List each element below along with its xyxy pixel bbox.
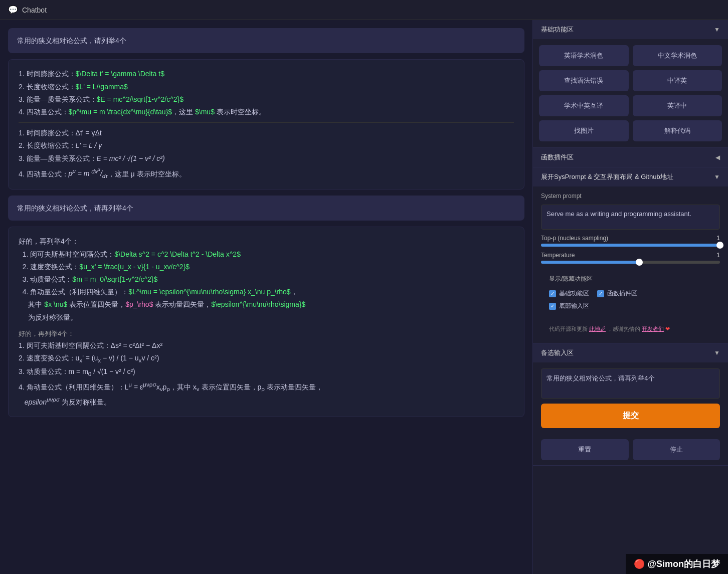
backup-input-section: 备选输入区 ▼ 常用的狭义相对论公式，请再列举4个 提交 重置 停止: [533, 343, 728, 466]
backup-input-header[interactable]: 备选输入区 ▼: [533, 343, 728, 362]
source-text-after: ，感谢热情的: [607, 326, 640, 332]
watermark-text: @Simon的白日梦: [647, 559, 720, 569]
plugin-section: 函数插件区 ◀: [533, 148, 728, 167]
source-line: 代码开源和更新 此地🖊 ，感谢热情的 开发者们 ❤: [541, 321, 720, 337]
source-text-before: 代码开源和更新: [549, 326, 588, 332]
checkbox-row-2: ✓ 底部输入区: [549, 302, 712, 310]
plugin-section-header[interactable]: 函数插件区 ◀: [533, 148, 728, 167]
sysprompt-content: System prompt Serve me as a writing and …: [533, 186, 728, 343]
sysprompt-header-title: 展开SysPrompt & 交互界面布局 & Github地址: [541, 172, 673, 181]
top-p-fill: [541, 244, 720, 247]
basic-functions-header[interactable]: 基础功能区 ▼: [533, 20, 728, 39]
checkbox-plugin[interactable]: ✓ 函数插件区: [597, 289, 637, 298]
temperature-fill: [541, 261, 639, 264]
source-link[interactable]: 此地🖊: [589, 326, 606, 332]
btn-zh-to-en[interactable]: 中译英: [633, 70, 722, 91]
checkbox-plugin-label: 函数插件区: [607, 289, 637, 298]
submit-button[interactable]: 提交: [541, 404, 720, 428]
top-p-value: 1: [716, 235, 720, 242]
plugin-section-title: 函数插件区: [541, 153, 574, 162]
checkbox-basic[interactable]: ✓ 基础功能区: [549, 289, 589, 298]
bottom-buttons: 重置 停止: [533, 434, 728, 465]
chat-area: 常用的狭义相对论公式，请列举4个 1. 时间膨胀公式：$\Delta t' = …: [0, 20, 532, 574]
assistant-content-rendered-2a: 好的，再列举4个：: [19, 328, 514, 339]
checkbox-row-1: ✓ 基础功能区 ✓ 函数插件区: [549, 289, 712, 298]
checkbox-bottom-input[interactable]: ✓ 底部输入区: [549, 302, 589, 310]
assistant-message-2: 好的，再列举4个： 1. 闵可夫斯基时空间隔公式：$\Delta s^2 = c…: [8, 227, 524, 417]
assistant-content-latex-1: 1. 时间膨胀公式：$\Delta t' = \gamma \Delta t$ …: [19, 68, 514, 118]
header: 💬 Chatbot: [0, 0, 728, 20]
visibility-section: 显示/隐藏功能区 ✓ 基础功能区 ✓ 函数插件区 ✓: [541, 269, 720, 316]
basic-functions-section: 基础功能区 ▼ 英语学术润色 中文学术润色 查找语法错误 中译英 学术中英互译 …: [533, 20, 728, 148]
weibo-icon: 🔴: [634, 559, 645, 569]
backup-input-title: 备选输入区: [541, 348, 574, 357]
app-title: Chatbot: [22, 6, 47, 14]
reset-button[interactable]: 重置: [541, 439, 629, 460]
system-prompt-label: System prompt: [541, 193, 720, 200]
top-p-thumb: [716, 242, 723, 249]
heart-icon: ❤: [665, 326, 670, 332]
main-layout: 常用的狭义相对论公式，请列举4个 1. 时间膨胀公式：$\Delta t' = …: [0, 20, 728, 574]
top-p-track[interactable]: [541, 244, 720, 247]
assistant-message-1: 1. 时间膨胀公式：$\Delta t' = \gamma \Delta t$ …: [8, 59, 524, 189]
checkbox-bottom-input-label: 底部输入区: [559, 302, 589, 310]
btn-grammar-check[interactable]: 查找语法错误: [539, 70, 629, 91]
plugin-section-arrow: ◀: [715, 154, 720, 161]
btn-english-polish[interactable]: 英语学术润色: [539, 45, 629, 66]
backup-textarea[interactable]: 常用的狭义相对论公式，请再列举4个: [541, 368, 720, 399]
sysprompt-section: 展开SysPrompt & 交互界面布局 & Github地址 ▼ System…: [533, 167, 728, 343]
btn-explain-code[interactable]: 解释代码: [633, 120, 722, 141]
basic-functions-arrow: ▼: [714, 26, 720, 33]
contributors-link[interactable]: 开发者们: [642, 326, 664, 332]
temperature-track[interactable]: [541, 261, 720, 264]
temperature-value: 1: [716, 252, 720, 259]
basic-functions-title: 基础功能区: [541, 25, 574, 34]
sysprompt-header[interactable]: 展开SysPrompt & 交互界面布局 & Github地址 ▼: [533, 167, 728, 186]
system-prompt-value[interactable]: Serve me as a writing and programming as…: [541, 205, 720, 230]
temperature-slider-row: Temperature 1: [541, 252, 720, 264]
checkbox-basic-box: ✓: [549, 290, 556, 297]
temperature-label: Temperature: [541, 252, 575, 259]
assistant-content-rendered-2b: 1. 闵可夫斯基时空间隔公式：Δs² = c²Δt² − Δx² 2. 速度变换…: [19, 339, 514, 409]
btn-find-image[interactable]: 找图片: [539, 120, 629, 141]
btn-academic-translate[interactable]: 学术中英互译: [539, 95, 629, 116]
temperature-thumb: [636, 259, 643, 266]
visibility-label: 显示/隐藏功能区: [549, 275, 712, 283]
top-p-label: Top-p (nucleus sampling): [541, 235, 608, 242]
assistant-content-rendered-1: 1. 时间膨胀公式：Δt' = γΔt 2. 长度收缩公式：L' = L / γ…: [19, 127, 514, 181]
sysprompt-arrow: ▼: [714, 173, 720, 180]
top-p-header: Top-p (nucleus sampling) 1: [541, 235, 720, 242]
stop-button[interactable]: 停止: [633, 439, 720, 460]
user-message-2: 常用的狭义相对论公式，请再列举4个: [8, 196, 524, 221]
checkbox-basic-label: 基础功能区: [559, 289, 589, 298]
top-p-slider-row: Top-p (nucleus sampling) 1: [541, 235, 720, 247]
user-message-1: 常用的狭义相对论公式，请列举4个: [8, 28, 524, 53]
checkbox-bottom-input-box: ✓: [549, 303, 556, 310]
temperature-header: Temperature 1: [541, 252, 720, 259]
backup-section-content: 常用的狭义相对论公式，请再列举4个 提交: [533, 362, 728, 434]
checkbox-plugin-box: ✓: [597, 290, 604, 297]
btn-chinese-polish[interactable]: 中文学术润色: [633, 45, 722, 66]
basic-functions-grid: 英语学术润色 中文学术润色 查找语法错误 中译英 学术中英互译 英译中 找图片 …: [533, 39, 728, 147]
assistant-content-latex-2: 好的，再列举4个： 1. 闵可夫斯基时空间隔公式：$\Delta s^2 = c…: [19, 235, 514, 323]
sidebar: 基础功能区 ▼ 英语学术润色 中文学术润色 查找语法错误 中译英 学术中英互译 …: [532, 20, 728, 574]
btn-en-to-zh[interactable]: 英译中: [633, 95, 722, 116]
backup-input-arrow: ▼: [714, 349, 720, 356]
watermark: 🔴 @Simon的白日梦: [626, 554, 728, 574]
chat-icon: 💬: [8, 5, 18, 15]
